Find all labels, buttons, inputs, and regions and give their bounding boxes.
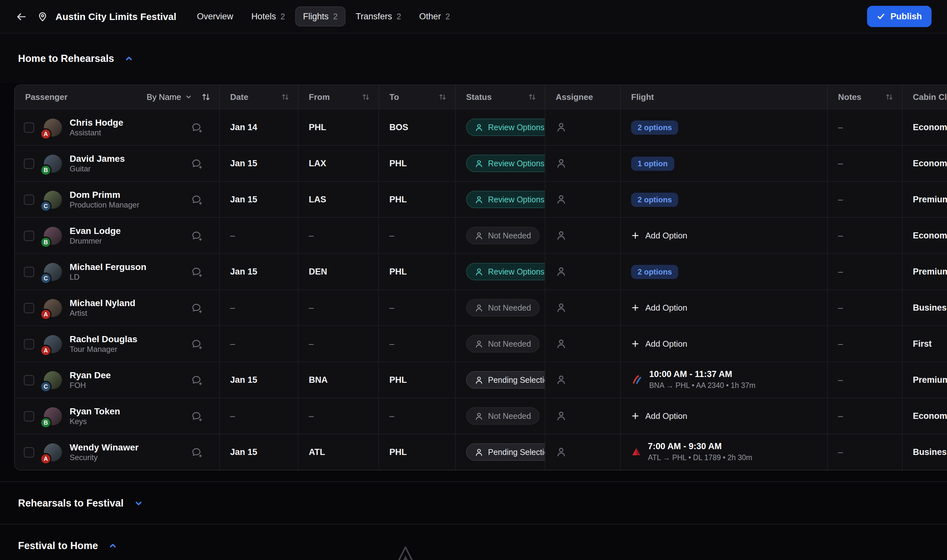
row-checkbox[interactable]	[24, 411, 34, 421]
row-checkbox[interactable]	[24, 231, 34, 241]
from-cell: –	[298, 326, 379, 362]
add-comment-button[interactable]	[191, 338, 202, 349]
status-badge[interactable]: Pending Selection	[466, 371, 545, 389]
assignee-button[interactable]	[556, 374, 567, 385]
flight-cell: 2 options	[620, 254, 827, 289]
assignee-button[interactable]	[556, 122, 567, 133]
collapse-section-button[interactable]	[125, 54, 134, 63]
add-option-button[interactable]: Add Option	[631, 339, 687, 349]
row-checkbox[interactable]	[24, 303, 34, 313]
status-badge[interactable]: Review Options	[466, 263, 545, 280]
tab-overview[interactable]: Overview	[189, 6, 241, 26]
assignee-cell	[545, 398, 620, 434]
assignee-button[interactable]	[556, 302, 567, 313]
assignee-button[interactable]	[556, 411, 567, 422]
date-cell: Jan 15	[219, 146, 298, 181]
col-passenger: Passenger By Name	[15, 85, 219, 109]
add-option-button[interactable]: Add Option	[631, 411, 687, 421]
table-row: CDom PrimmProduction ManagerJan 15LASPHL…	[15, 181, 947, 217]
status-badge[interactable]: Not Needed	[466, 335, 539, 352]
passenger-name: Evan Lodge	[69, 225, 191, 235]
assignee-button[interactable]	[556, 338, 567, 349]
collapse-section-button[interactable]	[108, 541, 117, 550]
passenger-role: Assistant	[69, 129, 191, 138]
row-checkbox[interactable]	[24, 266, 34, 277]
row-checkbox[interactable]	[24, 447, 34, 457]
expand-section-button[interactable]	[134, 498, 143, 508]
cabin-cell: Premium Economy	[902, 254, 947, 289]
flight-options-pill[interactable]: 1 option	[631, 156, 674, 171]
status-badge[interactable]: Not Needed	[466, 299, 539, 316]
chevron-up-icon	[125, 54, 134, 63]
flight-cell: Add Option	[620, 326, 827, 362]
sort-from-icon[interactable]	[362, 93, 370, 101]
status-badge[interactable]: Review Options	[466, 155, 545, 172]
add-option-button[interactable]: Add Option	[631, 231, 687, 240]
assignee-button[interactable]	[556, 158, 567, 169]
table-row: BDavid JamesGuitarJan 15LAXPHLReview Opt…	[15, 145, 947, 181]
flight-detail[interactable]: 7:00 AM - 9:30 AMATL → PHL • DL 1789 • 2…	[631, 442, 752, 462]
add-comment-button[interactable]	[191, 302, 202, 314]
row-checkbox[interactable]	[24, 158, 34, 169]
assignee-button[interactable]	[556, 230, 567, 241]
flight-cell: Add Option	[620, 290, 827, 325]
flight-detail[interactable]: 10:00 AM - 11:37 AMBNA → PHL • AA 2340 •…	[631, 370, 756, 390]
notes-cell: –	[827, 182, 902, 217]
tab-flights[interactable]: Flights2	[295, 6, 345, 26]
flight-options-pill[interactable]: 2 options	[631, 120, 679, 134]
group-badge: A	[41, 129, 50, 138]
add-comment-button[interactable]	[191, 410, 202, 422]
flight-options-pill[interactable]: 2 options	[631, 192, 679, 206]
tab-transfers[interactable]: Transfers2	[348, 6, 409, 26]
publish-button[interactable]: Publish	[867, 6, 932, 27]
row-checkbox[interactable]	[24, 338, 34, 349]
add-comment-button[interactable]	[191, 194, 202, 205]
add-option-button[interactable]: Add Option	[631, 303, 687, 312]
avatar: C	[44, 371, 62, 389]
status-cell: Pending Selection	[455, 362, 545, 398]
assignee-button[interactable]	[556, 446, 567, 457]
tab-count: 2	[333, 12, 338, 21]
tab-hotels[interactable]: Hotels2	[244, 6, 293, 26]
from-cell: –	[298, 398, 379, 434]
passenger-name: David James	[69, 153, 191, 163]
date-cell: –	[219, 290, 298, 325]
assignee-button[interactable]	[556, 194, 567, 205]
add-comment-button[interactable]	[191, 230, 202, 242]
row-checkbox[interactable]	[24, 194, 34, 205]
status-badge[interactable]: Review Options	[466, 191, 545, 208]
notes-cell: –	[827, 398, 902, 434]
table-row: BRyan TokenKeys–––Not NeededAdd Option–E…	[15, 398, 947, 434]
add-comment-button[interactable]	[191, 374, 202, 386]
add-comment-button[interactable]	[191, 122, 202, 133]
sort-direction-icon[interactable]	[201, 92, 211, 102]
add-comment-button[interactable]	[191, 158, 202, 169]
status-badge[interactable]: Not Needed	[466, 227, 539, 244]
sort-to-icon[interactable]	[438, 93, 447, 101]
group-badge: B	[41, 165, 50, 174]
flight-options-pill[interactable]: 2 options	[631, 265, 679, 279]
sort-date-icon[interactable]	[281, 93, 289, 101]
avatar: A	[44, 443, 62, 461]
status-badge[interactable]: Pending Selection	[466, 443, 545, 461]
add-comment-button[interactable]	[191, 266, 202, 277]
passenger-role: Security	[69, 453, 191, 462]
add-comment-button[interactable]	[191, 446, 202, 458]
row-checkbox[interactable]	[24, 122, 34, 132]
tab-other[interactable]: Other2	[411, 6, 457, 26]
person-icon	[474, 159, 484, 168]
status-badge[interactable]: Not Needed	[466, 407, 539, 425]
date-cell: –	[219, 326, 298, 362]
assignee-button[interactable]	[556, 266, 567, 277]
group-badge: B	[41, 237, 50, 246]
status-badge[interactable]: Review Options	[466, 118, 545, 136]
row-checkbox[interactable]	[24, 375, 34, 385]
sort-by-dropdown[interactable]: By Name	[147, 92, 192, 102]
back-button[interactable]	[15, 11, 27, 22]
sort-status-icon[interactable]	[528, 93, 536, 101]
from-cell: ATL	[298, 434, 379, 470]
sort-notes-icon[interactable]	[885, 93, 893, 101]
passenger-role: Drummer	[69, 237, 191, 246]
flight-cell: 7:00 AM - 9:30 AMATL → PHL • DL 1789 • 2…	[620, 434, 827, 470]
passenger-name: Chris Hodge	[69, 117, 191, 127]
